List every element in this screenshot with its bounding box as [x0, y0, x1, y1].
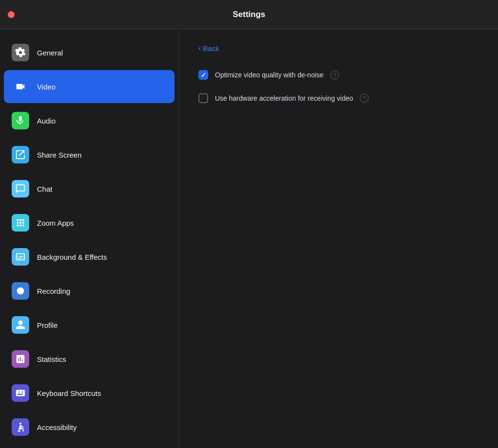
sidebar-item-label-statistics: Statistics — [37, 355, 66, 363]
sidebar-item-label-general: General — [37, 49, 63, 57]
apps-icon — [12, 214, 29, 232]
sidebar-item-label-video: Video — [37, 83, 55, 91]
video-icon — [12, 78, 29, 95]
sidebar-item-chat[interactable]: Chat — [4, 172, 175, 205]
recording-icon — [12, 282, 29, 300]
sidebar-item-background-effects[interactable]: Background & Effects — [4, 240, 175, 273]
sidebar-item-label-profile: Profile — [37, 321, 58, 329]
gear-icon — [12, 44, 29, 61]
sidebar-item-label-chat: Chat — [37, 185, 53, 193]
sidebar-item-audio[interactable]: Audio — [4, 104, 175, 137]
sidebar-item-label-background-effects: Background & Effects — [37, 253, 107, 261]
sidebar-item-recording[interactable]: Recording — [4, 274, 175, 307]
options-list: Optimize video quality with de-noise?Use… — [198, 70, 479, 103]
back-label: Back — [203, 44, 219, 53]
sidebar-item-profile[interactable]: Profile — [4, 308, 175, 341]
title-bar: Settings — [0, 0, 498, 29]
sidebar-item-label-zoom-apps: Zoom Apps — [37, 219, 74, 227]
svg-point-1 — [19, 423, 21, 425]
sidebar-item-label-audio: Audio — [37, 117, 55, 125]
sidebar-item-label-accessibility: Accessibility — [37, 423, 77, 431]
content-area: ‹ Back Optimize video quality with de-no… — [179, 29, 498, 448]
main-layout: GeneralVideoAudioShare ScreenChatZoom Ap… — [0, 29, 498, 448]
back-button[interactable]: ‹ Back — [198, 44, 479, 53]
option-row-hardware-accel: Use hardware acceleration for receiving … — [198, 93, 479, 103]
keyboard-icon — [12, 384, 29, 402]
sidebar-item-general[interactable]: General — [4, 36, 175, 69]
chat-icon — [12, 180, 29, 197]
option-label-denoise: Optimize video quality with de-noise — [215, 71, 323, 79]
checkbox-hardware-accel[interactable] — [198, 93, 208, 103]
accessibility-icon — [12, 418, 29, 436]
window-title: Settings — [232, 10, 265, 19]
svg-point-0 — [17, 287, 24, 295]
sidebar-item-video[interactable]: Video — [4, 70, 175, 103]
back-chevron-icon: ‹ — [198, 44, 201, 53]
audio-icon — [12, 112, 29, 129]
share-icon — [12, 146, 29, 163]
sidebar-item-label-share-screen: Share Screen — [37, 151, 82, 159]
profile-icon — [12, 316, 29, 334]
option-row-denoise: Optimize video quality with de-noise? — [198, 70, 479, 80]
statistics-icon — [12, 350, 29, 368]
help-icon-denoise[interactable]: ? — [330, 71, 339, 79]
close-button[interactable] — [8, 11, 15, 18]
sidebar-item-keyboard-shortcuts[interactable]: Keyboard Shortcuts — [4, 376, 175, 410]
background-icon — [12, 248, 29, 266]
sidebar-item-share-screen[interactable]: Share Screen — [4, 138, 175, 171]
option-label-hardware-accel: Use hardware acceleration for receiving … — [215, 94, 353, 102]
checkbox-denoise[interactable] — [198, 70, 208, 80]
sidebar: GeneralVideoAudioShare ScreenChatZoom Ap… — [0, 29, 179, 448]
sidebar-item-statistics[interactable]: Statistics — [4, 342, 175, 376]
help-icon-hardware-accel[interactable]: ? — [360, 94, 369, 103]
sidebar-item-label-recording: Recording — [37, 287, 70, 295]
sidebar-item-zoom-apps[interactable]: Zoom Apps — [4, 206, 175, 239]
sidebar-item-label-keyboard-shortcuts: Keyboard Shortcuts — [37, 389, 101, 397]
sidebar-item-accessibility[interactable]: Accessibility — [4, 411, 175, 444]
